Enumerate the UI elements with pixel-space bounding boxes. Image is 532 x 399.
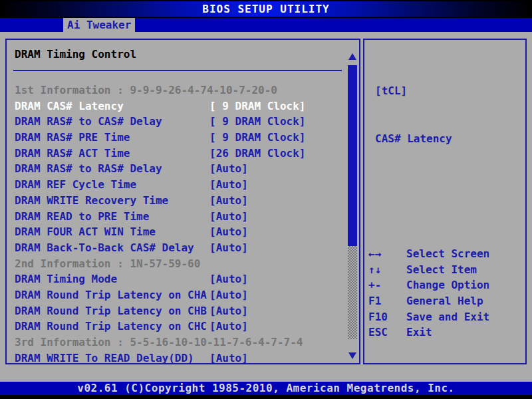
panel-title: DRAM Timing Control [15,47,136,63]
setting-value[interactable]: [ 9 DRAM Clock] [209,130,306,146]
setting-row[interactable]: DRAM RAS# ACT Time[26 DRAM Clock] [15,146,339,162]
title-bar: BIOS SETUP UTILITY [0,1,532,17]
setting-value[interactable]: [Auto] [209,287,248,303]
setting-value[interactable]: [26 DRAM Clock] [209,146,306,162]
setting-value[interactable]: [Auto] [209,271,248,287]
info-text: 3rd Information : 5-5-16-10-10-11-7-6-4-… [15,334,209,350]
hotkey-action: Select Screen [406,246,489,262]
hotkey-action: Exit [406,325,432,340]
setting-value[interactable]: [Auto] [209,161,248,177]
hotkey-key: F1 [368,293,406,309]
setting-label: DRAM READ to PRE Time [15,209,209,225]
setting-row[interactable]: DRAM RAS# to RAS# Delay[Auto] [15,161,339,177]
setting-label: DRAM Round Trip Latency on CHC [15,319,209,334]
hotkey-action: Select Item [406,262,477,278]
setting-label: DRAM RAS# ACT Time [15,146,209,162]
hotkey-key: ↑↓ [368,262,406,278]
setting-row[interactable]: DRAM REF Cycle Time[Auto] [15,177,339,193]
help-item-info: [tCL] CAS# Latency [375,52,452,178]
info-row: 3rd Information : 5-5-16-10-10-11-7-6-4-… [15,334,339,350]
tab-ai-tweaker-label: Ai Tweaker [67,17,131,33]
hotkey-action: General Help [406,293,483,309]
title-separator [13,70,342,71]
setting-row[interactable]: DRAM RAS# PRE Time[ 9 DRAM Clock] [15,130,339,146]
setting-label: DRAM Round Trip Latency on CHB [15,303,209,319]
footer-bar: v02.61 (C)Copyright 1985-2010, American … [0,382,532,395]
scroll-up-icon[interactable] [348,53,356,60]
scrollbar-track[interactable] [348,246,357,339]
setting-row[interactable]: DRAM Round Trip Latency on CHB[Auto] [15,303,339,319]
setting-value[interactable]: [Auto] [209,319,248,334]
setting-label: DRAM RAS# to CAS# Delay [15,114,209,130]
setting-label: DRAM RAS# PRE Time [15,130,209,146]
setting-row[interactable]: DRAM FOUR ACT WIN Time[Auto] [15,224,339,240]
setting-value[interactable]: [ 9 DRAM Clock] [209,98,306,114]
setting-row[interactable]: DRAM RAS# to CAS# Delay[ 9 DRAM Clock] [15,114,339,130]
hotkey-row: F10Save and Exit [368,309,523,325]
setting-value[interactable]: [Auto] [209,177,248,193]
setting-label: DRAM Timing Mode [15,271,209,287]
hotkey-row: +-Change Option [368,277,523,293]
hotkey-key: F10 [368,309,406,325]
info-row: 1st Information : 9-9-9-26-4-74-10-7-20-… [15,82,339,98]
setting-label: DRAM Back-To-Back CAS# Delay [15,240,209,256]
tab-ai-tweaker[interactable]: Ai Tweaker [63,18,135,32]
setting-label: DRAM WRITE Recovery Time [15,193,209,209]
title-bar-text: BIOS SETUP UTILITY [202,1,329,17]
scrollbar[interactable] [347,40,358,363]
setting-row[interactable]: DRAM Round Trip Latency on CHC[Auto] [15,319,339,334]
settings-panel: DRAM Timing Control 1st Information : 9-… [5,39,360,364]
hotkey-action: Save and Exit [406,309,489,325]
info-text: 2nd Information : 1N-57-59-60 [15,256,209,272]
setting-row[interactable]: DRAM WRITE Recovery Time[Auto] [15,193,339,209]
setting-value[interactable]: [Auto] [209,193,248,209]
hotkey-key: +- [368,277,406,293]
setting-row[interactable]: DRAM CAS# Latency[ 9 DRAM Clock] [15,98,339,114]
copyright-text: v02.61 (C)Copyright 1985-2010, American … [77,380,454,396]
setting-label: DRAM CAS# Latency [15,98,209,114]
info-text: 1st Information : 9-9-9-26-4-74-10-7-20-… [15,82,209,98]
setting-value[interactable]: [Auto] [209,240,248,256]
hotkey-row: F1General Help [368,293,523,309]
setting-label: DRAM REF Cycle Time [15,177,209,193]
hotkey-legend: ←→Select Screen↑↓Select Item+-Change Opt… [368,246,523,340]
settings-list: 1st Information : 9-9-9-26-4-74-10-7-20-… [15,82,339,364]
info-row: 2nd Information : 1N-57-59-60 [15,256,339,272]
help-panel: [tCL] CAS# Latency ←→Select Screen↑↓Sele… [363,39,527,364]
setting-label: DRAM RAS# to RAS# Delay [15,161,209,177]
hotkey-row: ↑↓Select Item [368,262,523,278]
help-item-tag: [tCL] [375,83,452,99]
scroll-down-icon[interactable] [348,352,356,359]
setting-value[interactable]: [Auto] [209,224,248,240]
setting-row[interactable]: DRAM Round Trip Latency on CHA[Auto] [15,287,339,303]
scrollbar-thumb[interactable] [348,65,357,246]
bios-setup-screen: BIOS SETUP UTILITY Ai Tweaker DRAM Timin… [0,0,532,399]
setting-value[interactable]: [Auto] [209,350,248,364]
hotkey-row: ESCExit [368,325,523,340]
setting-label: DRAM Round Trip Latency on CHA [15,287,209,303]
setting-label: DRAM FOUR ACT WIN Time [15,224,209,240]
hotkey-action: Change Option [406,277,489,293]
setting-label: DRAM WRITE To READ Delay(DD) [15,350,209,364]
setting-row[interactable]: DRAM WRITE To READ Delay(DD)[Auto] [15,350,339,364]
main-area: DRAM Timing Control 1st Information : 9-… [0,32,532,382]
setting-value[interactable]: [Auto] [209,303,248,319]
tab-bar: Ai Tweaker [0,18,532,32]
hotkey-row: ←→Select Screen [368,246,523,262]
setting-value[interactable]: [Auto] [209,209,248,225]
hotkey-key: ESC [368,325,406,340]
setting-row[interactable]: DRAM Back-To-Back CAS# Delay[Auto] [15,240,339,256]
setting-row[interactable]: DRAM Timing Mode[Auto] [15,271,339,287]
setting-row[interactable]: DRAM READ to PRE Time[Auto] [15,209,339,225]
help-item-description: CAS# Latency [375,131,452,147]
hotkey-key: ←→ [368,246,406,262]
setting-value[interactable]: [ 9 DRAM Clock] [209,114,306,130]
